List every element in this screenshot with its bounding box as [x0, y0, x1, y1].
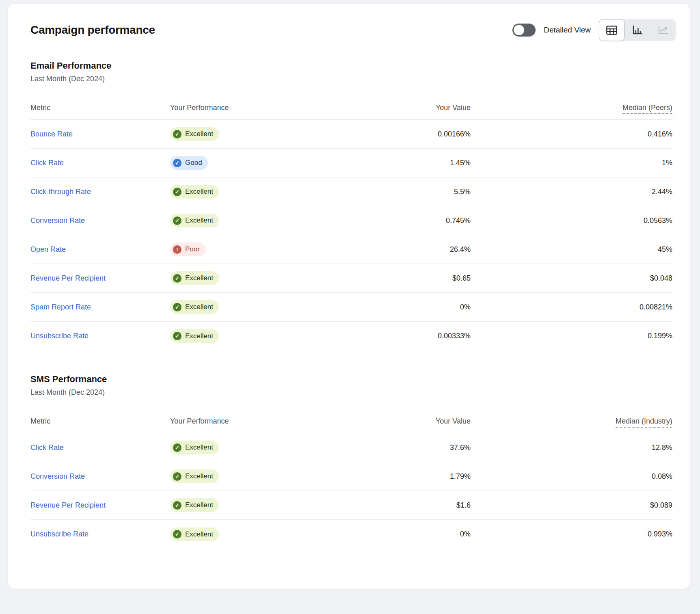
email-performance-table: Metric Your Performance Your Value Media… — [30, 96, 672, 350]
median-value: 0.993% — [471, 530, 672, 538]
your-value: 0.00166% — [341, 130, 471, 138]
column-header-performance: Your Performance — [170, 417, 341, 426]
metric-link[interactable]: Unsubscribe Rate — [30, 332, 89, 340]
table-row: Bounce Rate Excellent 0.00166% 0.416% — [30, 120, 672, 149]
table-row: Conversion Rate Excellent 1.79% 0.08% — [30, 462, 672, 491]
column-header-median: Median (Peers) — [471, 104, 672, 112]
median-peers-header[interactable]: Median (Peers) — [622, 104, 672, 114]
status-badge: Excellent — [170, 498, 219, 512]
check-circle-icon — [173, 472, 181, 481]
view-switcher — [599, 19, 676, 41]
metric-link[interactable]: Click Rate — [30, 443, 64, 452]
median-value: 12.8% — [471, 443, 672, 452]
campaign-performance-card: Campaign performance Detailed View — [7, 3, 691, 589]
bar-chart-view-button[interactable] — [624, 19, 650, 41]
section-subtitle: Last Month (Dec 2024) — [30, 388, 672, 397]
detailed-view-label: Detailed View — [544, 26, 591, 35]
header-controls: Detailed View — [512, 19, 676, 41]
status-badge: Excellent — [170, 441, 219, 454]
your-value: 37.6% — [341, 443, 471, 452]
column-header-your-value: Your Value — [341, 417, 471, 426]
your-value: 0% — [341, 303, 471, 311]
median-value: 0.0563% — [471, 216, 672, 225]
metric-link[interactable]: Revenue Per Recipient — [30, 501, 106, 509]
bar-chart-icon — [632, 25, 643, 35]
table-header-row: Metric Your Performance Your Value Media… — [30, 410, 672, 433]
check-circle-icon — [173, 303, 181, 311]
table-row: Open Rate Poor 26.4% 45% — [30, 235, 672, 264]
your-value: 26.4% — [341, 245, 471, 254]
column-header-median: Median (Industry) — [471, 417, 672, 426]
section-title: Email Performance — [30, 61, 672, 71]
metric-link[interactable]: Click-through Rate — [30, 188, 91, 196]
status-label: Excellent — [185, 188, 213, 196]
median-value: 0.08% — [471, 472, 672, 481]
your-value: 1.45% — [341, 159, 471, 167]
check-circle-icon — [173, 216, 181, 225]
status-label: Excellent — [185, 443, 213, 452]
metric-link[interactable]: Conversion Rate — [30, 472, 85, 480]
table-header-row: Metric Your Performance Your Value Media… — [30, 96, 672, 120]
status-badge: Excellent — [170, 528, 219, 541]
your-value: 5.5% — [341, 188, 471, 196]
status-badge: Poor — [170, 242, 205, 256]
toggle-knob — [514, 25, 524, 35]
your-value: $1.6 — [341, 501, 471, 510]
median-value: 0.00821% — [471, 303, 672, 311]
status-label: Excellent — [185, 472, 213, 480]
median-value: 1% — [471, 159, 672, 167]
table-row: Spam Report Rate Excellent 0% 0.00821% — [30, 293, 672, 322]
status-badge: Excellent — [170, 329, 219, 343]
table-view-button[interactable] — [599, 19, 624, 41]
check-circle-icon — [173, 130, 181, 138]
status-label: Excellent — [185, 130, 213, 138]
status-label: Excellent — [185, 216, 213, 225]
median-value: 45% — [471, 245, 672, 254]
table-row: Revenue Per Recipient Excellent $0.65 $0… — [30, 264, 672, 293]
table-row: Click-through Rate Excellent 5.5% 2.44% — [30, 177, 672, 206]
section-subtitle: Last Month (Dec 2024) — [30, 75, 672, 83]
check-circle-icon — [173, 501, 181, 510]
line-chart-view-button[interactable] — [650, 19, 676, 41]
status-label: Excellent — [185, 303, 213, 311]
column-header-performance: Your Performance — [170, 104, 341, 112]
metric-link[interactable]: Click Rate — [30, 159, 64, 167]
column-header-metric: Metric — [30, 104, 170, 112]
table-row: Unsubscribe Rate Excellent 0.00333% 0.19… — [30, 322, 672, 350]
email-performance-section: Email Performance Last Month (Dec 2024) … — [8, 61, 690, 350]
metric-link[interactable]: Bounce Rate — [30, 130, 73, 138]
median-value: $0.048 — [471, 274, 672, 283]
exclamation-circle-icon — [173, 245, 181, 254]
status-label: Excellent — [185, 332, 213, 340]
card-header: Campaign performance Detailed View — [8, 4, 690, 41]
status-badge: Excellent — [170, 300, 219, 314]
status-badge: Excellent — [170, 185, 219, 199]
check-circle-icon — [173, 332, 181, 340]
check-circle-icon — [173, 530, 181, 538]
metric-link[interactable]: Unsubscribe Rate — [30, 530, 89, 538]
column-header-metric: Metric — [30, 417, 170, 426]
median-value: 0.199% — [471, 332, 672, 340]
median-industry-header[interactable]: Median (Industry) — [616, 417, 672, 428]
median-value: 2.44% — [471, 188, 672, 196]
status-label: Excellent — [185, 274, 213, 282]
metric-link[interactable]: Conversion Rate — [30, 216, 85, 225]
check-circle-icon — [173, 274, 181, 283]
metric-link[interactable]: Revenue Per Recipient — [30, 274, 106, 282]
detailed-view-toggle[interactable] — [512, 24, 536, 37]
metric-link[interactable]: Spam Report Rate — [30, 303, 91, 311]
your-value: 1.79% — [341, 472, 471, 481]
status-badge: Excellent — [170, 469, 219, 483]
status-label: Excellent — [185, 530, 213, 538]
status-badge: Good — [170, 156, 208, 170]
sms-performance-section: SMS Performance Last Month (Dec 2024) Me… — [8, 374, 690, 549]
status-badge: Excellent — [170, 214, 219, 227]
status-badge: Excellent — [170, 127, 219, 141]
check-circle-icon — [173, 188, 181, 196]
your-value: $0.65 — [341, 274, 471, 283]
median-value: 0.416% — [471, 130, 672, 138]
table-row: Click Rate Good 1.45% 1% — [30, 149, 672, 177]
metric-link[interactable]: Open Rate — [30, 245, 66, 253]
section-title: SMS Performance — [30, 374, 672, 385]
your-value: 0.00333% — [341, 332, 471, 340]
